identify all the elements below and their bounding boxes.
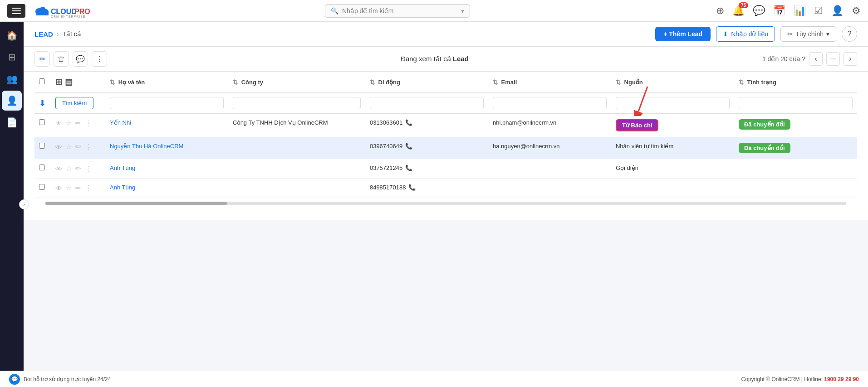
row-source-cell: Từ Báo chí [611, 113, 734, 137]
search-status-cell [734, 93, 857, 113]
edit-row-icon[interactable]: ✏ [75, 119, 81, 127]
calendar-icon[interactable]: 📅 [773, 5, 785, 17]
search-name-input[interactable] [110, 97, 224, 109]
row-checkbox-cell [34, 179, 51, 198]
row-status-cell [734, 159, 857, 179]
col-header-name[interactable]: ⇅ Họ và tên [105, 72, 228, 93]
search-btn-cell: Tìm kiếm [51, 93, 105, 113]
chevron-down-icon[interactable]: ▾ [461, 7, 464, 15]
search-company-input[interactable] [233, 97, 361, 109]
row-checkbox[interactable] [39, 119, 45, 125]
more-row-icon[interactable]: ⋮ [85, 184, 92, 192]
settings-icon[interactable]: ⚙ [852, 5, 861, 17]
breadcrumb-current: Tất cả [63, 30, 81, 38]
search-input[interactable] [342, 7, 457, 15]
view-icon[interactable]: 👁 [55, 120, 62, 127]
row-email-cell [488, 179, 611, 198]
sidebar-item-users[interactable]: 👥 [2, 69, 22, 89]
sidebar: 🏠 ⊞ 👥 👤 📄 › [0, 22, 24, 371]
row-checkbox[interactable] [39, 184, 45, 190]
star-icon[interactable]: ☆ [66, 184, 72, 192]
edit-button[interactable]: ✏ [34, 51, 50, 67]
sidebar-item-home[interactable]: 🏠 [2, 25, 22, 45]
edit-row-icon[interactable]: ✏ [75, 184, 81, 192]
breadcrumb-lead[interactable]: LEAD [34, 30, 53, 38]
chat-icon[interactable]: 💬 [753, 5, 765, 17]
topnav: CLOUD CLOUD PRO CRM ENTERPRISE 🔍 ▾ ⊕ 🔔 7… [0, 0, 868, 22]
customize-button[interactable]: ✂ Tùy chỉnh ▾ [780, 26, 836, 42]
edit-row-icon[interactable]: ✏ [75, 164, 81, 173]
sidebar-collapse-button[interactable]: › [19, 199, 29, 209]
hamburger-menu[interactable] [7, 4, 25, 18]
col-header-status[interactable]: ⇅ Tình trạng [734, 72, 857, 93]
row-source-cell: Gọi điện [611, 159, 734, 179]
bell-icon[interactable]: 🔔 75 [732, 5, 745, 17]
sidebar-item-documents[interactable]: 📄 [2, 112, 22, 132]
row-checkbox[interactable] [39, 164, 45, 170]
source-tag[interactable]: Từ Báo chí [616, 119, 659, 131]
search-phone-input[interactable] [370, 97, 484, 109]
search-company-cell [228, 93, 365, 113]
more-row-icon[interactable]: ⋮ [85, 119, 92, 127]
search-button[interactable]: Tìm kiếm [55, 97, 93, 109]
lead-name-link[interactable]: Anh Tùng [110, 164, 135, 171]
col-header-phone[interactable]: ⇅ Di động [365, 72, 488, 93]
view-icon[interactable]: 👁 [55, 165, 62, 173]
edit-row-icon[interactable]: ✏ [75, 143, 81, 151]
search-source-input[interactable] [616, 97, 730, 109]
row-checkbox[interactable] [39, 143, 45, 149]
add-circle-icon[interactable]: ⊕ [716, 5, 724, 17]
sidebar-item-person[interactable]: 👤 [2, 91, 22, 111]
logo[interactable]: CLOUD CLOUD PRO CRM ENTERPRISE [31, 3, 90, 19]
chart-icon[interactable]: 📊 [794, 5, 806, 17]
star-icon[interactable]: ☆ [66, 119, 72, 127]
breadcrumb: LEAD › Tất cả [34, 30, 81, 38]
lead-name-link[interactable]: Yến Nhi [110, 119, 131, 126]
task-icon[interactable]: ☑ [814, 5, 823, 17]
more-button[interactable]: ⋮ [92, 51, 107, 67]
comment-button[interactable]: 💬 [73, 51, 88, 67]
svg-rect-3 [36, 12, 49, 15]
row-company-cell [228, 137, 365, 159]
help-button[interactable]: ? [842, 26, 857, 42]
customize-icon: ✂ [787, 30, 793, 38]
row-source-cell [611, 179, 734, 198]
col-header-company[interactable]: ⇅ Công ty [228, 72, 365, 93]
more-row-icon[interactable]: ⋮ [85, 143, 92, 151]
star-icon[interactable]: ☆ [66, 164, 72, 173]
logo-image: CLOUD CLOUD PRO CRM ENTERPRISE [31, 3, 90, 19]
import-data-button[interactable]: ⬇ Nhập dữ liệu [716, 26, 775, 42]
chevron-down-icon: ▾ [826, 30, 829, 38]
search-status-input[interactable] [739, 97, 853, 109]
phone-icon[interactable]: 📞 [405, 143, 412, 150]
row-email-cell: ha.nguyen@onlinecrm.vn [488, 137, 611, 159]
row-company-cell: Công Ty TNHH Dịch Vụ OnlineCRM [228, 113, 365, 137]
add-lead-button[interactable]: + Thêm Lead [655, 27, 711, 41]
col-header-source[interactable]: ⇅ Nguồn [611, 72, 734, 93]
more-row-icon[interactable]: ⋮ [85, 164, 92, 173]
grid-view-icon[interactable]: ⊞ [55, 77, 62, 87]
horizontal-scrollbar[interactable] [45, 202, 846, 205]
lead-name-link[interactable]: Nguyễn Thu Hà OnlineCRM [110, 143, 183, 150]
phone-icon[interactable]: 📞 [405, 164, 412, 171]
breadcrumb-actions: + Thêm Lead ⬇ Nhập dữ liệu ✂ Tùy chỉnh ▾… [655, 26, 857, 42]
search-email-input[interactable] [493, 97, 607, 109]
delete-button[interactable]: 🗑 [54, 51, 69, 67]
view-icon[interactable]: 👁 [55, 143, 62, 151]
lead-name-link[interactable]: Anh Tùng [110, 184, 135, 191]
phone-icon[interactable]: 📞 [408, 184, 416, 191]
prev-page-button[interactable]: ‹ [809, 52, 823, 66]
sidebar-item-grid[interactable]: ⊞ [2, 47, 22, 67]
scrollbar-thumb[interactable] [45, 202, 227, 205]
next-page-button[interactable]: › [843, 52, 857, 66]
svg-text:CLOUD: CLOUD [51, 8, 77, 15]
more-pages-button[interactable]: ··· [826, 52, 840, 66]
phone-icon[interactable]: 📞 [405, 119, 412, 126]
view-icon[interactable]: 👁 [55, 184, 62, 192]
col-header-email[interactable]: ⇅ Email [488, 72, 611, 93]
select-all-checkbox[interactable] [39, 78, 45, 84]
user-profile-icon[interactable]: 👤 [831, 5, 843, 17]
star-icon[interactable]: ☆ [66, 143, 72, 151]
table-row: 👁 ☆ ✏ ⋮ Anh Tùng 84985170188 📞 [34, 179, 857, 198]
list-view-icon[interactable]: ▤ [65, 77, 73, 87]
